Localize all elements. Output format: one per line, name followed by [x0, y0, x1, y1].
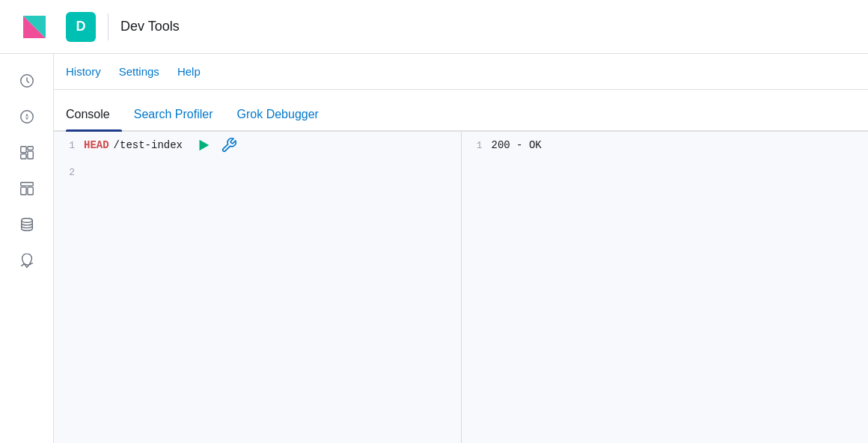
tab-grok-debugger[interactable]: Grok Debugger — [225, 99, 331, 130]
sidebar-icon-map[interactable] — [12, 245, 42, 275]
clock-icon — [19, 73, 35, 89]
output-line-1: 1 200 - OK — [462, 132, 869, 159]
editor-area: 1 HEAD /test-index — [54, 132, 868, 443]
line-1-content: HEAD /test-index — [84, 135, 239, 156]
run-button[interactable] — [193, 135, 214, 156]
svg-point-14 — [25, 257, 28, 260]
http-method-head: HEAD — [84, 139, 109, 151]
play-icon — [195, 137, 212, 153]
svg-point-5 — [25, 116, 28, 118]
app-title: Dev Tools — [120, 19, 180, 34]
svg-rect-6 — [20, 147, 25, 153]
sidebar-icon-clock[interactable] — [12, 66, 42, 96]
request-path: /test-index — [114, 139, 183, 151]
sidebar-icon-layout[interactable] — [12, 174, 42, 204]
wrench-icon — [221, 137, 237, 153]
svg-rect-7 — [20, 154, 25, 159]
line-number-2: 2 — [54, 167, 84, 178]
sidebar — [0, 54, 54, 443]
nav-item-history[interactable]: History — [66, 56, 101, 87]
svg-rect-9 — [27, 151, 32, 159]
sidebar-icon-data[interactable] — [12, 210, 42, 239]
tab-search-profiler[interactable]: Search Profiler — [122, 99, 225, 130]
kibana-logo — [20, 13, 49, 41]
app-icon-badge: D — [66, 12, 96, 42]
sidebar-icon-dashboard[interactable] — [12, 138, 42, 168]
sidebar-icon-compass[interactable] — [12, 102, 42, 132]
layout-icon — [19, 180, 35, 197]
editor-input-pane: 1 HEAD /test-index — [54, 132, 462, 443]
svg-marker-15 — [200, 140, 210, 151]
output-line-number-1: 1 — [462, 140, 492, 151]
output-status: 200 - OK — [492, 139, 542, 151]
svg-rect-12 — [27, 187, 32, 195]
header-divider — [108, 13, 109, 40]
svg-point-13 — [21, 219, 32, 223]
line-number-1: 1 — [54, 140, 84, 151]
dashboard-icon — [19, 144, 35, 161]
svg-rect-11 — [20, 187, 25, 195]
nav-item-settings[interactable]: Settings — [119, 56, 159, 87]
top-header: D Dev Tools — [0, 0, 868, 54]
tab-console[interactable]: Console — [66, 99, 122, 130]
nav-item-help[interactable]: Help — [177, 56, 201, 87]
wrench-button[interactable] — [218, 135, 239, 156]
compass-icon — [19, 109, 35, 125]
map-icon — [19, 252, 35, 269]
top-nav: History Settings Help — [54, 54, 868, 90]
logo-container — [12, 13, 57, 41]
output-pane: 1 200 - OK — [462, 132, 869, 443]
data-icon — [19, 216, 35, 233]
editor-line-1: 1 HEAD /test-index — [54, 132, 461, 159]
svg-rect-10 — [20, 183, 33, 186]
tabs-bar: Console Search Profiler Grok Debugger — [54, 90, 868, 132]
svg-rect-8 — [27, 147, 32, 150]
main-layout: History Settings Help Console Search Pro… — [0, 54, 868, 443]
content-area: History Settings Help Console Search Pro… — [54, 54, 868, 443]
editor-line-2: 2 — [54, 159, 461, 186]
